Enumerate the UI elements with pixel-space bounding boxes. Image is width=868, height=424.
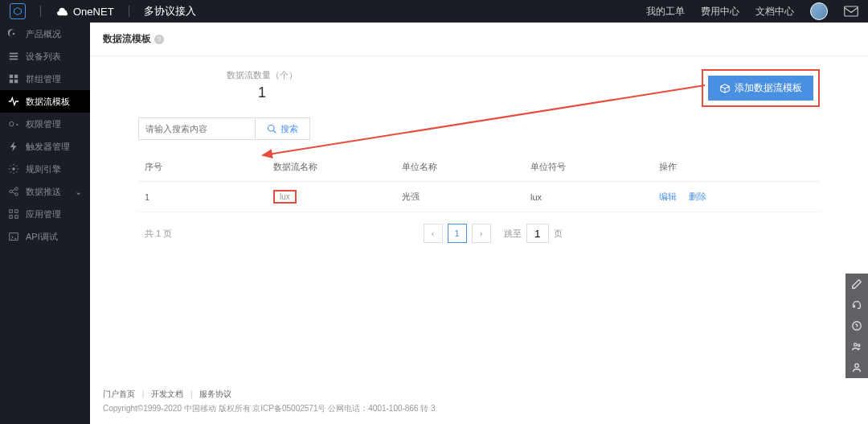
- logo-icon[interactable]: [10, 3, 26, 19]
- sidebar-item-label: 规则引擎: [26, 163, 61, 175]
- copyright: Copyright©1999-2020 中国移动 版权所有 京ICP备05002…: [103, 403, 855, 414]
- sidebar-item-overview[interactable]: 产品概况: [0, 23, 90, 45]
- svg-point-23: [854, 344, 858, 347]
- nav-orders[interactable]: 我的工单: [646, 5, 685, 19]
- bolt-icon: [8, 141, 19, 152]
- float-edit[interactable]: [845, 274, 868, 294]
- svg-rect-19: [10, 233, 18, 241]
- th-sym: 单位符号: [530, 161, 659, 173]
- page-number-button[interactable]: 1: [448, 224, 467, 243]
- svg-rect-7: [14, 75, 18, 78]
- sidebar-item-label: 产品概况: [26, 28, 61, 40]
- page-next-button[interactable]: ›: [472, 224, 491, 243]
- stats-value: 1: [227, 84, 297, 101]
- float-support[interactable]: [845, 294, 868, 315]
- pulse-icon: [8, 96, 19, 107]
- chevron-down-icon: ⌄: [75, 187, 82, 197]
- svg-rect-18: [15, 216, 18, 219]
- sidebar-item-label: 设备列表: [26, 51, 61, 63]
- svg-rect-16: [15, 210, 18, 213]
- svg-point-21: [268, 126, 275, 132]
- topbar: OneNET 多协议接入 我的工单 费用中心 文档中心: [0, 0, 868, 23]
- content: 数据流数量（个） 1 添加数据流模板 搜索: [90, 56, 868, 379]
- svg-point-12: [10, 190, 13, 193]
- divider: [129, 6, 129, 17]
- float-users[interactable]: [845, 336, 868, 357]
- td-seq: 1: [145, 192, 273, 202]
- avatar[interactable]: [810, 2, 828, 20]
- page-prev-button[interactable]: ‹: [424, 224, 443, 243]
- delete-link[interactable]: 删除: [689, 191, 706, 201]
- container: 产品概况 设备列表 群组管理 数据流模板 权限管理 触发器管理 规则引擎 数据: [0, 23, 868, 424]
- add-datastream-button[interactable]: 添加数据流模板: [708, 76, 813, 101]
- svg-rect-6: [10, 75, 13, 78]
- info-icon[interactable]: ?: [154, 35, 164, 44]
- table-header: 序号 数据流名称 单位名称 单位符号 操作: [138, 153, 820, 182]
- list-icon: [8, 51, 19, 62]
- divider: |: [142, 389, 145, 398]
- gauge-icon: [8, 28, 19, 39]
- page-header: 数据流模板 ?: [90, 23, 868, 56]
- svg-rect-4: [10, 56, 18, 57]
- share-icon: [8, 186, 19, 197]
- svg-rect-9: [14, 80, 18, 83]
- footer-dev[interactable]: 开发文档: [151, 389, 183, 398]
- search-icon: [267, 124, 276, 134]
- th-op: 操作: [659, 161, 813, 173]
- main: 数据流模板 ? 数据流数量（个） 1 添加数据流模板: [90, 23, 868, 424]
- th-seq: 序号: [145, 161, 273, 173]
- stats-row: 数据流数量（个） 1 添加数据流模板: [138, 69, 820, 101]
- cube-icon: [719, 83, 731, 94]
- footer-portal[interactable]: 门户首页: [103, 389, 135, 398]
- float-profile[interactable]: [845, 357, 868, 378]
- brand-text: OneNET: [73, 6, 114, 18]
- brand-logo[interactable]: OneNET: [55, 6, 114, 18]
- edit-link[interactable]: 编辑: [659, 191, 677, 201]
- sidebar-item-label: API调试: [26, 231, 58, 243]
- td-unit: 光强: [402, 191, 530, 203]
- divider: [40, 6, 41, 17]
- sidebar-item-push[interactable]: 数据推送 ⌄: [0, 180, 90, 203]
- sidebar-item-datastream[interactable]: 数据流模板: [0, 90, 90, 113]
- svg-point-14: [15, 193, 18, 196]
- nav-billing[interactable]: 费用中心: [701, 5, 739, 19]
- svg-point-2: [13, 33, 15, 35]
- svg-point-11: [12, 167, 15, 171]
- sidebar-item-groups[interactable]: 群组管理: [0, 68, 90, 90]
- sidebar-item-label: 数据流模板: [26, 96, 70, 108]
- nav-docs[interactable]: 文档中心: [755, 5, 794, 19]
- sidebar-item-label: 应用管理: [26, 208, 61, 220]
- divider: |: [190, 389, 193, 398]
- sidebar: 产品概况 设备列表 群组管理 数据流模板 权限管理 触发器管理 规则引擎 数据: [0, 23, 90, 424]
- float-toolbar: [845, 274, 868, 378]
- sidebar-item-triggers[interactable]: 触发器管理: [0, 135, 90, 158]
- mail-icon[interactable]: [844, 6, 858, 17]
- search-button[interactable]: 搜索: [256, 117, 310, 140]
- page-controls: ‹ 1 › 跳至 页: [424, 224, 563, 243]
- sidebar-item-devices[interactable]: 设备列表: [0, 45, 90, 68]
- goto-input[interactable]: [526, 224, 549, 243]
- svg-rect-17: [10, 216, 13, 219]
- grid-icon: [8, 73, 19, 84]
- svg-point-25: [855, 364, 858, 367]
- sidebar-item-permissions[interactable]: 权限管理: [0, 113, 90, 135]
- topbar-right: 我的工单 费用中心 文档中心: [646, 2, 858, 20]
- sidebar-item-label: 数据推送: [26, 186, 61, 198]
- svg-point-13: [15, 187, 18, 191]
- float-help[interactable]: [845, 315, 868, 336]
- sidebar-item-apps[interactable]: 应用管理: [0, 203, 90, 225]
- pagination: 共 1 页 ‹ 1 › 跳至 页: [138, 212, 820, 254]
- page-title: 数据流模板: [103, 32, 151, 46]
- sidebar-item-api[interactable]: API调试: [0, 225, 90, 248]
- add-button-highlight: 添加数据流模板: [702, 69, 820, 107]
- svg-point-10: [10, 121, 14, 126]
- footer-links: 门户首页 | 开发文档 | 服务协议: [103, 389, 855, 400]
- svg-rect-15: [10, 210, 13, 213]
- sidebar-item-rules[interactable]: 规则引擎: [0, 158, 90, 180]
- terminal-icon: [8, 231, 19, 242]
- search-input[interactable]: [138, 117, 256, 140]
- footer-terms[interactable]: 服务协议: [199, 389, 231, 398]
- td-op: 编辑 删除: [659, 191, 813, 203]
- topbar-left: OneNET 多协议接入: [10, 3, 196, 19]
- footer: 门户首页 | 开发文档 | 服务协议 Copyright©1999-2020 中…: [90, 379, 868, 424]
